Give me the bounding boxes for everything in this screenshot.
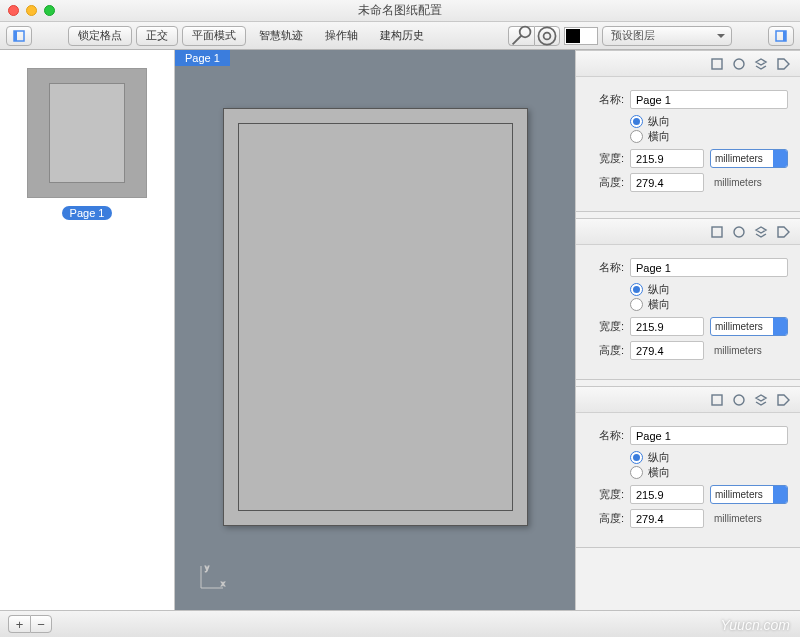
main-area: Page 1 Page 1 yx 名称: 纵向 横向 宽度:millimeter… <box>0 50 800 610</box>
width-label: 宽度: <box>588 319 624 334</box>
width-field[interactable] <box>630 485 704 504</box>
svg-rect-1 <box>14 31 17 41</box>
page-properties-panel: 名称: 纵向 横向 宽度:millimeters 高度:millimeters <box>576 218 800 380</box>
width-unit-select[interactable]: millimeters <box>710 317 788 336</box>
svg-point-12 <box>734 227 744 237</box>
portrait-radio[interactable]: 纵向 <box>630 282 788 297</box>
name-label: 名称: <box>588 92 624 107</box>
circle-icon[interactable] <box>732 393 746 407</box>
add-remove-buttons: + − <box>8 615 52 633</box>
height-label: 高度: <box>588 511 624 526</box>
circle-icon[interactable] <box>732 225 746 239</box>
inspector: 名称: 纵向 横向 宽度:millimeters 高度:millimeters … <box>575 50 800 610</box>
height-label: 高度: <box>588 343 624 358</box>
key-icon[interactable] <box>508 26 534 46</box>
width-unit-select[interactable]: millimeters <box>710 485 788 504</box>
height-field[interactable] <box>630 509 704 528</box>
rect-icon[interactable] <box>710 393 724 407</box>
footer: + − <box>0 610 800 637</box>
panel-header <box>576 51 800 77</box>
svg-rect-6 <box>783 31 786 41</box>
panel-header <box>576 219 800 245</box>
height-unit-label: millimeters <box>710 509 788 528</box>
tag-icon[interactable] <box>776 57 790 71</box>
ortho-button[interactable]: 正交 <box>136 26 178 46</box>
add-page-button[interactable]: + <box>8 615 30 633</box>
height-unit-label: millimeters <box>710 341 788 360</box>
width-field[interactable] <box>630 149 704 168</box>
height-unit-label: millimeters <box>710 173 788 192</box>
svg-text:x: x <box>221 579 225 588</box>
width-label: 宽度: <box>588 151 624 166</box>
svg-rect-11 <box>712 227 722 237</box>
landscape-radio[interactable]: 横向 <box>630 297 788 312</box>
landscape-label: 横向 <box>648 297 670 312</box>
landscape-label: 横向 <box>648 129 670 144</box>
build-history-button[interactable]: 建构历史 <box>371 26 433 46</box>
window-title: 未命名图纸配置 <box>0 2 800 19</box>
rect-icon[interactable] <box>710 57 724 71</box>
titlebar: 未命名图纸配置 <box>0 0 800 22</box>
portrait-radio[interactable]: 纵向 <box>630 450 788 465</box>
page-tab[interactable]: Page 1 <box>175 50 230 66</box>
portrait-label: 纵向 <box>648 114 670 129</box>
name-field[interactable] <box>630 258 788 277</box>
portrait-radio[interactable]: 纵向 <box>630 114 788 129</box>
landscape-radio[interactable]: 横向 <box>630 129 788 144</box>
toolbar: 锁定格点 正交 平面模式 智慧轨迹 操作轴 建构历史 预设图层 <box>0 22 800 50</box>
page-thumbnail[interactable] <box>27 68 147 198</box>
page-thumbnail-label[interactable]: Page 1 <box>62 206 113 220</box>
name-field[interactable] <box>630 426 788 445</box>
tag-icon[interactable] <box>776 393 790 407</box>
svg-point-3 <box>538 27 555 44</box>
svg-point-4 <box>544 32 551 39</box>
name-field[interactable] <box>630 90 788 109</box>
layers-icon[interactable] <box>754 57 768 71</box>
portrait-label: 纵向 <box>648 282 670 297</box>
page-properties-panel: 名称: 纵向 横向 宽度:millimeters 高度:millimeters <box>576 386 800 548</box>
svg-text:y: y <box>205 563 209 572</box>
svg-rect-13 <box>712 395 722 405</box>
width-unit-select[interactable]: millimeters <box>710 149 788 168</box>
layers-icon[interactable] <box>754 225 768 239</box>
page-properties-panel: 名称: 纵向 横向 宽度:millimeters 高度:millimeters <box>576 50 800 212</box>
preset-layer-dropdown[interactable]: 预设图层 <box>602 26 732 46</box>
target-icon[interactable] <box>534 26 560 46</box>
smart-track-button[interactable]: 智慧轨迹 <box>250 26 312 46</box>
svg-point-10 <box>734 59 744 69</box>
circle-icon[interactable] <box>732 57 746 71</box>
remove-page-button[interactable]: − <box>30 615 52 633</box>
axis-indicator: yx <box>197 562 227 594</box>
portrait-label: 纵向 <box>648 450 670 465</box>
pages-sidebar: Page 1 <box>0 50 175 610</box>
canvas-area[interactable]: Page 1 yx <box>175 50 575 610</box>
layers-icon[interactable] <box>754 393 768 407</box>
color-well[interactable] <box>564 27 598 45</box>
svg-rect-9 <box>712 59 722 69</box>
width-label: 宽度: <box>588 487 624 502</box>
landscape-radio[interactable]: 横向 <box>630 465 788 480</box>
height-label: 高度: <box>588 175 624 190</box>
left-panel-toggle[interactable] <box>6 26 32 46</box>
page-canvas[interactable] <box>223 108 528 526</box>
op-axis-button[interactable]: 操作轴 <box>316 26 367 46</box>
name-label: 名称: <box>588 428 624 443</box>
svg-point-14 <box>734 395 744 405</box>
plane-mode-button[interactable]: 平面模式 <box>182 26 246 46</box>
landscape-label: 横向 <box>648 465 670 480</box>
name-label: 名称: <box>588 260 624 275</box>
height-field[interactable] <box>630 341 704 360</box>
height-field[interactable] <box>630 173 704 192</box>
right-panel-toggle[interactable] <box>768 26 794 46</box>
lock-format-button[interactable]: 锁定格点 <box>68 26 132 46</box>
width-field[interactable] <box>630 317 704 336</box>
watermark: Yuucn.com <box>720 617 790 633</box>
panel-header <box>576 387 800 413</box>
rect-icon[interactable] <box>710 225 724 239</box>
tag-icon[interactable] <box>776 225 790 239</box>
